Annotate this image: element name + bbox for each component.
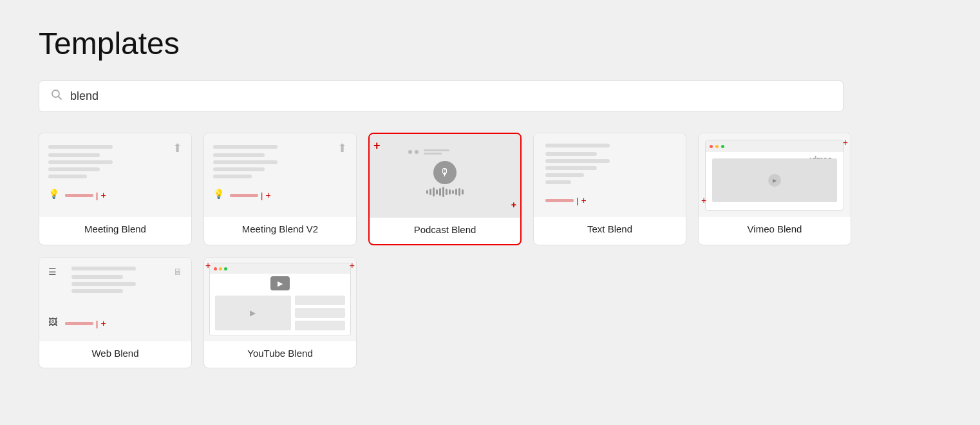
bulb-icon: 💡	[213, 189, 224, 199]
card-label: YouTube Blend	[204, 341, 356, 368]
card-label: Podcast Blend	[370, 218, 520, 244]
page-title: Templates	[39, 26, 941, 61]
screen-icon: 🖥	[173, 267, 182, 277]
plus-icon-tr: +	[843, 137, 848, 147]
plus-icon: +	[265, 190, 270, 200]
search-input[interactable]	[70, 90, 831, 103]
card-preview-meeting-blend: ⬆ 💡 | +	[39, 133, 191, 217]
card-preview-vimeo-blend: vimeo ▶ + +	[699, 133, 851, 217]
card-preview-web-blend: ☰ 🖥 🖼 | +	[39, 258, 191, 341]
template-card-web-blend[interactable]: ☰ 🖥 🖼 | + Web Blend	[39, 257, 192, 368]
bulb-icon: 💡	[48, 189, 59, 199]
card-label: Vimeo Blend	[699, 217, 851, 243]
template-card-podcast-blend[interactable]: + 🎙	[368, 133, 522, 245]
plus-icon-tr: +	[350, 260, 355, 270]
svg-point-0	[52, 90, 59, 97]
card-preview-podcast-blend: + 🎙	[370, 134, 520, 218]
template-card-text-blend[interactable]: | + Text Blend	[533, 133, 686, 245]
svg-line-1	[59, 97, 61, 99]
search-icon	[51, 89, 62, 104]
play-icon: ▶	[768, 174, 781, 187]
image-icon: 🖼	[48, 317, 57, 327]
card-label: Web Blend	[39, 341, 191, 368]
templates-grid: ⬆ 💡 | + Meeting Blend ⬆	[39, 133, 908, 368]
card-label: Text Blend	[534, 217, 686, 243]
card-preview-text-blend: | +	[534, 133, 686, 217]
plus-icon-bl: +	[701, 195, 706, 205]
card-label: Meeting Blend	[39, 217, 191, 243]
list-icon: ☰	[48, 267, 57, 277]
waveform	[426, 187, 464, 197]
template-card-youtube-blend[interactable]: ▶ ▶ + + YouTube	[203, 257, 357, 368]
upload-icon: ⬆	[337, 141, 347, 155]
plus-icon: +	[100, 190, 106, 200]
youtube-icon: ▶	[270, 276, 290, 290]
card-label: Meeting Blend V2	[204, 217, 356, 243]
search-bar	[39, 80, 843, 112]
card-preview-youtube-blend: ▶ ▶ + +	[204, 258, 356, 341]
mic-icon: 🎙	[433, 161, 457, 184]
template-card-vimeo-blend[interactable]: vimeo ▶ + + Vimeo Blend	[698, 133, 851, 245]
plus-icon-tl: +	[373, 139, 381, 153]
plus-icon-br: +	[511, 200, 516, 210]
template-card-meeting-blend[interactable]: ⬆ 💡 | + Meeting Blend	[39, 133, 192, 245]
card-preview-meeting-blend-v2: ⬆ 💡 | +	[204, 133, 356, 217]
upload-icon: ⬆	[173, 141, 182, 155]
plus-icon-tl: +	[205, 260, 211, 270]
template-card-meeting-blend-v2[interactable]: ⬆ 💡 | + Meeting Blend V2	[203, 133, 357, 245]
